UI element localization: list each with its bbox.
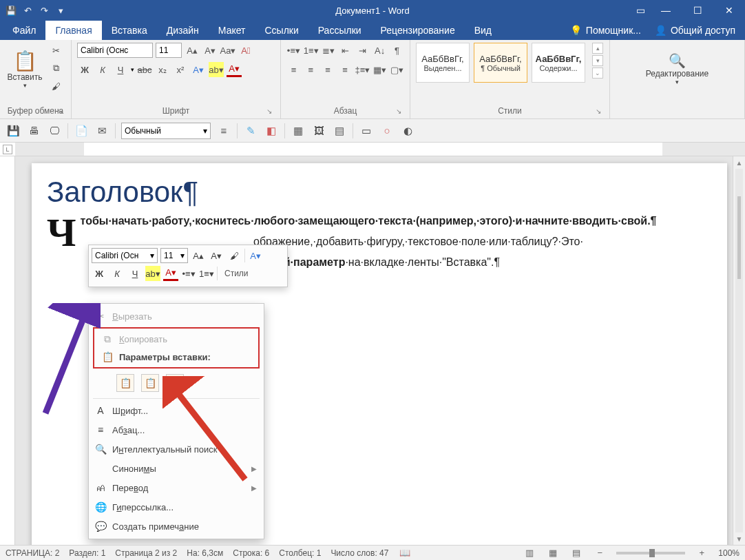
editing-button[interactable]: 🔍 Редактирование ▾	[646, 43, 709, 95]
tab-view[interactable]: Вид	[465, 21, 501, 40]
scroll-thumb[interactable]	[737, 196, 741, 279]
vertical-ruler[interactable]	[0, 156, 15, 545]
zoom-out-icon[interactable]: −	[593, 547, 607, 559]
justify-icon[interactable]: ≡	[338, 62, 353, 77]
highlight-color-icon[interactable]: ab▾	[209, 62, 224, 77]
tab-layout[interactable]: Макет	[209, 21, 255, 40]
cm-paragraph[interactable]: ≡ Абзац...	[89, 420, 264, 439]
cm-translate[interactable]: 🗚 Перевод▶	[89, 478, 264, 497]
maximize-button[interactable]: ☐	[682, 0, 713, 21]
mt-numbering-icon[interactable]: 1≡▾	[199, 266, 214, 281]
line-spacing-icon[interactable]: ‡≡▾	[355, 62, 370, 77]
mt-styles-button[interactable]: Стили	[220, 269, 253, 278]
tb-doc-icon[interactable]: 📄	[74, 123, 89, 138]
tb-page-icon[interactable]: ▭	[359, 123, 374, 138]
save-icon[interactable]: 💾	[6, 5, 17, 16]
tb-highlight-tool-icon[interactable]: ✎	[243, 123, 258, 138]
tb-image-icon[interactable]: 🖼	[311, 123, 326, 138]
paragraph-launcher-icon[interactable]: ↘	[395, 107, 403, 116]
clear-formatting-icon[interactable]: A⃠	[238, 43, 253, 58]
minimize-button[interactable]: —	[650, 0, 682, 21]
mt-font-color-icon[interactable]: A▾	[163, 266, 178, 281]
bullets-icon[interactable]: •≡▾	[286, 43, 301, 58]
tb-circle-icon[interactable]: ○	[379, 123, 395, 138]
cm-synonyms[interactable]: Синонимы▶	[89, 459, 264, 478]
cm-font[interactable]: A Шрифт...	[89, 401, 264, 420]
cm-smart-lookup[interactable]: 🔍 Интеллектуальный поиск	[89, 439, 264, 459]
paste-keep-source-icon[interactable]: 📋	[116, 374, 134, 392]
tb-chart-icon[interactable]: ▤	[332, 123, 347, 138]
style-card-1[interactable]: АаБбВвГг,¶ Обычный	[474, 43, 527, 83]
style-card-0[interactable]: АаБбВвГг,Выделен...	[416, 43, 470, 83]
change-case-icon[interactable]: Aa▾	[220, 43, 235, 58]
print-layout-icon[interactable]: ▦	[546, 547, 560, 559]
tb-preview-icon[interactable]: 🖵	[47, 123, 62, 138]
strikethrough-button[interactable]: abc	[137, 62, 152, 77]
paste-button[interactable]: 📋 Вставить ▾	[6, 43, 44, 95]
align-center-icon[interactable]: ≡	[304, 62, 318, 77]
tab-insert[interactable]: Вставка	[102, 21, 157, 40]
status-page[interactable]: СТРАНИЦА: 2	[6, 548, 59, 558]
subscript-button[interactable]: x₂	[155, 62, 170, 77]
horizontal-ruler[interactable]: L	[0, 143, 745, 156]
status-at[interactable]: На: 6,3см	[187, 548, 223, 558]
cm-cut[interactable]: ✂ Вырезать	[89, 307, 264, 326]
format-painter-icon[interactable]: 🖌	[48, 79, 63, 94]
cm-hyperlink[interactable]: 🌐 Гиперссылка...	[89, 497, 264, 517]
tab-review[interactable]: Рецензирование	[371, 21, 465, 40]
tab-mailings[interactable]: Рассылки	[308, 21, 371, 40]
tb-envelope-icon[interactable]: ✉	[94, 123, 109, 138]
styles-scroll[interactable]: ▴▾⌄	[592, 43, 603, 79]
spellcheck-icon[interactable]: 📖	[398, 547, 412, 559]
cut-icon[interactable]: ✂	[48, 43, 63, 58]
tab-selector[interactable]: L	[3, 145, 12, 154]
font-launcher-icon[interactable]: ↘	[265, 107, 273, 116]
mt-format-painter-icon[interactable]: 🖌	[227, 248, 242, 263]
scroll-up-icon[interactable]: ▲	[733, 156, 745, 169]
tb-table-icon[interactable]: ▦	[291, 123, 306, 138]
style-combo[interactable]: Обычный▾	[121, 123, 211, 139]
styles-launcher-icon[interactable]: ↘	[594, 107, 602, 116]
mt-font-size[interactable]: 11▾	[160, 248, 188, 263]
font-name-combo[interactable]	[77, 43, 153, 58]
shrink-font-icon[interactable]: A▾	[202, 43, 218, 58]
cm-new-comment[interactable]: 💬 Создать примечание	[89, 517, 264, 536]
qat-customize-icon[interactable]: ▾	[55, 5, 66, 16]
mt-underline-button[interactable]: Ч	[127, 266, 143, 281]
borders-icon[interactable]: ▢▾	[390, 62, 404, 77]
style-card-2[interactable]: АаБбВвГг,Содержи...	[532, 43, 585, 83]
mt-font-name[interactable]: Calibri (Осн▾	[92, 248, 158, 263]
web-layout-icon[interactable]: ▤	[569, 547, 583, 559]
mt-italic-button[interactable]: К	[109, 266, 125, 281]
paste-text-only-icon[interactable]: 📋A	[166, 374, 184, 392]
cm-copy[interactable]: ⧉ Копировать	[96, 330, 257, 348]
paste-merge-formatting-icon[interactable]: 📋	[141, 374, 159, 392]
scroll-down-icon[interactable]: ▼	[733, 532, 745, 545]
status-column[interactable]: Столбец: 1	[279, 548, 321, 558]
tb-shapes-icon[interactable]: ◐	[400, 123, 415, 138]
align-right-icon[interactable]: ≡	[321, 62, 335, 77]
redo-icon[interactable]: ↷	[39, 5, 50, 16]
status-section[interactable]: Раздел: 1	[69, 548, 105, 558]
copy-icon[interactable]: ⧉	[48, 61, 63, 76]
mt-bullets-icon[interactable]: •≡▾	[181, 266, 196, 281]
tb-print-icon[interactable]: 🖶	[26, 123, 41, 138]
tab-references[interactable]: Ссылки	[255, 21, 308, 40]
multilevel-list-icon[interactable]: ≣▾	[322, 43, 336, 58]
tab-home[interactable]: Главная	[45, 21, 101, 40]
mt-shrink-font-icon[interactable]: A▾	[209, 248, 224, 263]
underline-button[interactable]: Ч	[113, 62, 128, 77]
read-mode-icon[interactable]: ▥	[523, 547, 536, 559]
zoom-slider[interactable]	[616, 552, 685, 554]
italic-button[interactable]: К	[95, 62, 110, 77]
numbering-icon[interactable]: 1≡▾	[304, 43, 319, 58]
font-color-icon[interactable]: A▾	[227, 62, 242, 77]
tb-apply-style-icon[interactable]: ≡	[216, 123, 231, 138]
decrease-indent-icon[interactable]: ⇤	[339, 43, 353, 58]
mt-bold-button[interactable]: Ж	[92, 266, 107, 281]
show-marks-icon[interactable]: ¶	[390, 43, 404, 58]
tab-design[interactable]: Дизайн	[157, 21, 209, 40]
increase-indent-icon[interactable]: ⇥	[355, 43, 370, 58]
tell-me[interactable]: 💡 Помощник...	[563, 21, 648, 40]
tb-eraser-icon[interactable]: ◧	[264, 123, 279, 138]
